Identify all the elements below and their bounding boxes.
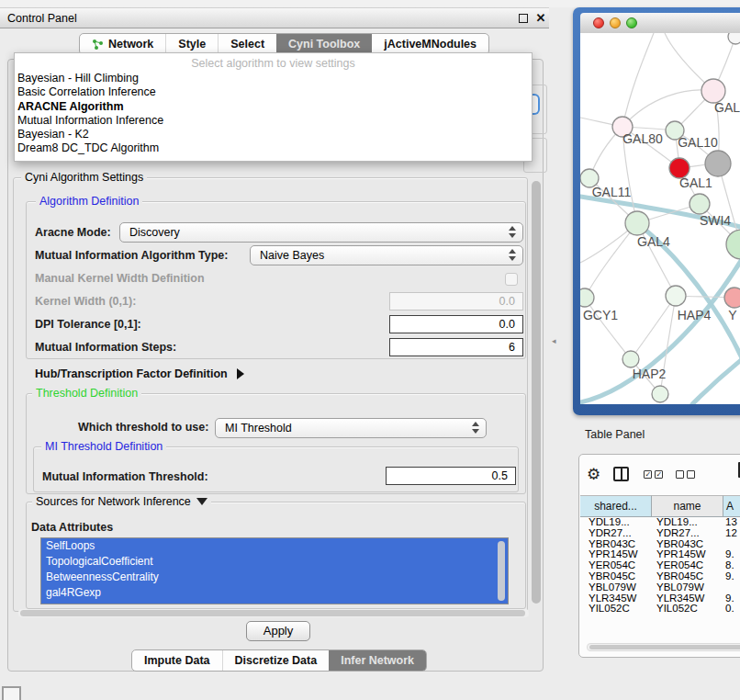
tab-label: Infer Network	[341, 654, 414, 667]
table-cell: YBL079W	[580, 582, 652, 593]
apply-button[interactable]: Apply	[246, 621, 310, 641]
column-header-shared-name[interactable]: shared...	[580, 495, 652, 517]
mi-threshold-input[interactable]: 0.5	[386, 467, 516, 485]
control-panel-titlebar: Control Panel ✕	[0, 7, 549, 28]
which-threshold-label: Which threshold to use:	[78, 421, 208, 434]
dpi-tolerance-label: DPI Tolerance [0,1]:	[35, 318, 141, 331]
split-columns-icon[interactable]	[613, 467, 629, 481]
tab-label: Discretize Data	[235, 654, 318, 667]
panel-title: Control Panel	[7, 8, 77, 28]
manual-kernel-checkbox[interactable]	[505, 273, 518, 286]
node-label: Y	[728, 308, 737, 322]
network-node[interactable]	[728, 33, 740, 44]
data-attribute-item[interactable]: BetweennessCentrality	[41, 570, 508, 585]
scrollbar-thumb[interactable]	[589, 645, 740, 649]
tab-style[interactable]: Style	[165, 34, 218, 54]
algorithm-option[interactable]: Basic Correlation Inference	[17, 85, 532, 99]
tab-label: Impute Data	[144, 654, 210, 667]
zoom-traffic-light[interactable]	[626, 17, 637, 28]
data-attributes-list[interactable]: SelfLoopsTopologicalCoefficientBetweenne…	[40, 537, 509, 604]
data-attribute-item[interactable]: TopologicalCoefficient	[41, 554, 508, 570]
data-attribute-item[interactable]: SelfLoops	[41, 538, 508, 554]
divider-collapse-arrow-icon[interactable]: ◂	[552, 336, 556, 345]
network-node-y[interactable]	[724, 288, 740, 308]
select-all-icon[interactable]: ✓✓	[644, 470, 663, 479]
table-panel-card: ⚙ ✓✓ shared... name A YDL19...YDL19...13…	[578, 454, 740, 658]
network-node-gcy1[interactable]	[580, 288, 594, 307]
network-node-swi4[interactable]	[690, 194, 710, 214]
mi-threshold-label: Mutual Information Threshold:	[42, 470, 208, 483]
float-window-icon[interactable]	[519, 14, 528, 23]
tab-label: Network	[108, 38, 153, 51]
mi-type-combo[interactable]: Naive Bayes	[250, 245, 523, 265]
algorithm-option[interactable]: ARACNE Algorithm	[17, 100, 532, 114]
network-window-titlebar[interactable]	[580, 13, 740, 33]
deselect-all-icon[interactable]	[676, 470, 695, 479]
network-window: GALGAL80GAL10GAL1GAL11SWI4GAL4GCY1HAP4YH…	[573, 7, 740, 415]
network-node[interactable]	[652, 386, 668, 402]
tab-impute-data[interactable]: Impute Data	[132, 650, 222, 671]
table-horizontal-scrollbar[interactable]	[587, 643, 740, 651]
sources-expander[interactable]: Sources for Network Inference	[32, 495, 211, 508]
tab-label: Style	[178, 38, 206, 51]
which-threshold-combo[interactable]: MI Threshold	[215, 418, 487, 438]
scrollbar-thumb[interactable]	[532, 181, 541, 604]
settings-vertical-scrollbar[interactable]	[531, 180, 542, 607]
network-canvas[interactable]: GALGAL80GAL10GAL1GAL11SWI4GAL4GCY1HAP4YH…	[580, 33, 740, 404]
combo-stepper-icon	[472, 422, 479, 434]
mi-steps-input[interactable]: 6	[389, 338, 523, 356]
network-node-hap4[interactable]	[666, 286, 686, 306]
list-scrollbar[interactable]	[498, 541, 505, 601]
kernel-width-input: 0.0	[389, 292, 523, 310]
network-icon	[92, 39, 104, 51]
network-node-gal4[interactable]	[625, 211, 649, 235]
table-row[interactable]: YBR045CYBR045C9.	[580, 571, 740, 582]
tab-select[interactable]: Select	[218, 34, 276, 54]
tab-discretize-data[interactable]: Discretize Data	[222, 650, 330, 671]
tab-jactivemnodules[interactable]: jActiveMNodules	[372, 34, 488, 54]
node-label: GCY1	[583, 308, 618, 322]
table-row[interactable]: YIL052CYIL052C0.	[580, 604, 740, 615]
table-row[interactable]: YDR27...YDR27...12	[580, 528, 740, 539]
algorithm-option[interactable]: Bayesian - K2	[17, 128, 532, 141]
combo-value: Naive Bayes	[260, 249, 324, 262]
network-node[interactable]	[705, 151, 731, 176]
sources-title: Sources for Network Inference	[36, 495, 191, 508]
column-header-clipped[interactable]: A	[723, 495, 740, 517]
combo-value: Discovery	[129, 226, 180, 239]
table-row[interactable]: YBL079WYBL079W	[580, 582, 740, 593]
network-node[interactable]	[726, 230, 740, 259]
dpi-tolerance-input[interactable]: 0.0	[389, 315, 523, 333]
combo-value: MI Threshold	[225, 422, 292, 435]
algorithm-option[interactable]: Mutual Information Inference	[17, 114, 532, 128]
aracne-mode-combo[interactable]: Discovery	[119, 222, 523, 243]
algorithm-dropdown[interactable]: Select algorithm to view settings Bayesi…	[14, 52, 533, 162]
minimize-traffic-light[interactable]	[610, 17, 621, 28]
tab-infer-network[interactable]: Infer Network	[329, 650, 426, 671]
collapse-arrow-icon	[196, 498, 207, 505]
table-cell: YIL052C	[580, 604, 652, 615]
top-strip	[0, 0, 740, 7]
network-nodes[interactable]: GALGAL80GAL10GAL1GAL11SWI4GAL4GCY1HAP4YH…	[580, 33, 740, 402]
algorithm-option[interactable]: Bayesian - Hill Climbing	[17, 72, 532, 85]
data-attribute-item[interactable]: gal4RGexp	[41, 585, 508, 601]
hub-definition-expander[interactable]: Hub/Transcription Factor Definition	[35, 367, 244, 380]
data-attributes-label: Data Attributes	[31, 521, 113, 534]
tab-cyni-toolbox[interactable]: Cyni Toolbox	[276, 34, 372, 54]
scrollbar-thumb[interactable]	[20, 610, 525, 616]
table-cell: 12	[723, 528, 740, 539]
settings-horizontal-scrollbar[interactable]	[18, 609, 529, 617]
tab-label: jActiveMNodules	[384, 38, 477, 51]
network-node-hap2[interactable]	[622, 351, 639, 367]
minimized-panel-icon[interactable]	[2, 686, 21, 700]
algorithm-option[interactable]: Dream8 DC_TDC Algorithm	[17, 141, 532, 155]
tab-network[interactable]: Network	[80, 34, 165, 54]
hub-definition-label: Hub/Transcription Factor Definition	[35, 367, 228, 380]
table-cell: YBR045C	[652, 571, 723, 582]
node-label: GAL1	[679, 175, 712, 190]
column-header-name[interactable]: name	[652, 495, 723, 517]
gear-icon[interactable]: ⚙	[587, 465, 600, 484]
close-traffic-light[interactable]	[593, 17, 604, 28]
close-icon[interactable]: ✕	[533, 8, 548, 28]
table-cell: YDR27...	[652, 528, 723, 539]
